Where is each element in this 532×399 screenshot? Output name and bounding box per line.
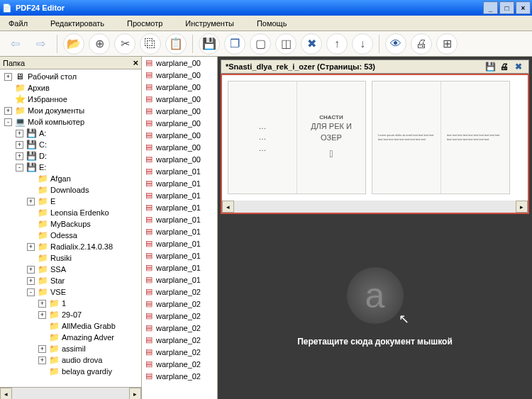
tree-node[interactable]: -💾E:	[1, 162, 140, 173]
page-spread-1[interactable]: ……… СНАСТИДЛЯ РЕК И ОЗЕР𓆟	[228, 81, 366, 194]
expander-icon[interactable]: -	[4, 118, 12, 126]
open-button[interactable]: 📂	[63, 33, 84, 55]
file-item[interactable]: ▤warplane_01	[142, 262, 217, 274]
expander-icon[interactable]: +	[4, 73, 12, 81]
down-button[interactable]: ↓	[352, 33, 373, 55]
tree-node[interactable]: +📁Radialix.2.14.0.38	[1, 241, 140, 252]
file-item[interactable]: ▤warplane_00	[142, 129, 217, 141]
menu-view[interactable]: Просмотр	[124, 18, 165, 29]
file-item[interactable]: ▤warplane_02	[142, 334, 217, 346]
preview-scroll-left[interactable]: ◂	[222, 201, 234, 213]
file-item[interactable]: ▤warplane_01	[142, 274, 217, 286]
close-button[interactable]: ×	[516, 1, 531, 14]
file-item[interactable]: ▤warplane_02	[142, 286, 217, 298]
file-item[interactable]: ▤warplane_01	[142, 225, 217, 237]
file-item[interactable]: ▤warplane_01	[142, 249, 217, 262]
drop-zone[interactable]: a↖ Перетащите сюда документ мышкой	[218, 214, 532, 399]
file-item[interactable]: ▤warplane_01	[142, 189, 217, 201]
minimize-button[interactable]: _	[483, 1, 498, 14]
saveall-button[interactable]: ❐	[224, 33, 245, 55]
expander-icon[interactable]: -	[27, 288, 35, 296]
page-button[interactable]: ▢	[250, 33, 271, 55]
menu-tools[interactable]: Инструменты	[182, 18, 237, 29]
up-button[interactable]: ↑	[326, 33, 348, 55]
scroll-left-button[interactable]: ◂	[0, 388, 12, 399]
file-item[interactable]: ▤warplane_01	[142, 165, 217, 177]
save-button[interactable]: 💾	[199, 33, 220, 55]
tree-node[interactable]: ⭐Избранное	[1, 94, 140, 105]
tree-node[interactable]: +📁audio drova	[1, 354, 140, 366]
tree-node[interactable]: +📁assimil	[1, 343, 140, 354]
expander-icon[interactable]: +	[27, 243, 35, 251]
tree-node[interactable]: +📁E	[1, 196, 140, 207]
cut-button[interactable]: ✂	[114, 33, 135, 55]
tree-node[interactable]: 📁AllMedia Grabb	[1, 320, 140, 332]
file-item[interactable]: ▤warplane_02	[142, 322, 217, 334]
preview-button[interactable]: 👁	[385, 33, 406, 55]
file-item[interactable]: ▤warplane_00	[142, 93, 217, 105]
folder-hscroll[interactable]: ◂ ▸	[0, 387, 141, 399]
preview-scroll-right[interactable]: ▸	[516, 201, 528, 213]
menu-file[interactable]: Файл	[6, 18, 31, 29]
expander-icon[interactable]: +	[27, 266, 35, 274]
tree-node[interactable]: +💾D:	[1, 150, 140, 162]
file-item[interactable]: ▤warplane_00	[142, 81, 217, 93]
document-preview[interactable]: ……… СНАСТИДЛЯ РЕК И ОЗЕР𓆟 Lorem ipsum do…	[221, 74, 529, 214]
tree-node[interactable]: 📁Amazing Adver	[1, 332, 140, 343]
menu-edit[interactable]: Редактировать	[48, 18, 107, 29]
file-item[interactable]: ▤warplane_01	[142, 201, 217, 213]
expander-icon[interactable]: +	[38, 356, 46, 364]
expander-icon[interactable]: +	[27, 277, 35, 285]
tree-node[interactable]: 📁Afgan	[1, 173, 140, 184]
folder-tree[interactable]: +🖥Рабочий стол📁Архив⭐Избранное+📁Мои доку…	[0, 69, 141, 387]
tree-node[interactable]: +📁SSA	[1, 264, 140, 275]
expander-icon[interactable]: +	[16, 141, 23, 149]
file-item[interactable]: ▤warplane_00	[142, 117, 217, 129]
scroll-right-button[interactable]: ▸	[129, 388, 141, 399]
forward-button[interactable]: ⇨	[30, 33, 51, 55]
tree-node[interactable]: +💾C:	[1, 139, 140, 150]
copy-button[interactable]: ⿻	[140, 33, 161, 55]
expander-icon[interactable]: +	[38, 345, 46, 353]
expander-icon[interactable]: +	[4, 107, 12, 115]
back-button[interactable]: ⇦	[4, 33, 26, 55]
tree-node[interactable]: 📁Downloads	[1, 184, 140, 196]
tree-node[interactable]: +🖥Рабочий стол	[1, 71, 140, 82]
tree-node[interactable]: -💻Мой компьютер	[1, 116, 140, 128]
folder-panel-close[interactable]: ×	[133, 57, 138, 68]
tree-node[interactable]: 📁Leonsia Erdenko	[1, 207, 140, 218]
file-item[interactable]: ▤warplane_02	[142, 298, 217, 310]
tree-node[interactable]: +📁Мои документы	[1, 105, 140, 116]
grid-button[interactable]: ⊞	[436, 33, 458, 55]
menu-help[interactable]: Помощь	[254, 18, 290, 29]
tree-node[interactable]: -📁VSE	[1, 286, 140, 298]
file-item[interactable]: ▤warplane_02	[142, 346, 217, 358]
pages-button[interactable]: ◫	[275, 33, 297, 55]
file-item[interactable]: ▤warplane_00	[142, 141, 217, 153]
expander-icon[interactable]: +	[38, 311, 46, 319]
file-item[interactable]: ▤warplane_00	[142, 105, 217, 117]
expander-icon[interactable]: +	[16, 152, 23, 160]
tree-node[interactable]: +💾A:	[1, 128, 140, 139]
doc-close-icon[interactable]: ✖	[513, 61, 524, 72]
file-item[interactable]: ▤warplane_00	[142, 57, 217, 69]
tree-node[interactable]: +📁1	[1, 298, 140, 309]
tree-node[interactable]: +📁Star	[1, 275, 140, 286]
add-button[interactable]: ⊕	[89, 33, 110, 55]
tree-node[interactable]: 📁Odessa	[1, 230, 140, 241]
delete-button[interactable]: ✖	[301, 33, 322, 55]
paste-button[interactable]: 📋	[165, 33, 187, 55]
expander-icon[interactable]: -	[16, 164, 23, 172]
file-item[interactable]: ▤warplane_02	[142, 370, 217, 382]
file-item[interactable]: ▤warplane_00	[142, 153, 217, 165]
tree-node[interactable]: 📁MyBackups	[1, 218, 140, 230]
tree-node[interactable]: 📁belaya gvardiy	[1, 366, 140, 377]
file-item[interactable]: ▤warplane_00	[142, 69, 217, 81]
page-spread-2[interactable]: Lorem ipsum dolor sit amet text text tex…	[372, 81, 510, 194]
tree-node[interactable]: +📁29-07	[1, 309, 140, 320]
doc-save-icon[interactable]: 💾	[484, 61, 496, 72]
file-item[interactable]: ▤warplane_01	[142, 237, 217, 249]
tree-node[interactable]: 📁Rusiki	[1, 252, 140, 264]
expander-icon[interactable]: +	[16, 130, 23, 137]
file-item[interactable]: ▤warplane_01	[142, 177, 217, 189]
